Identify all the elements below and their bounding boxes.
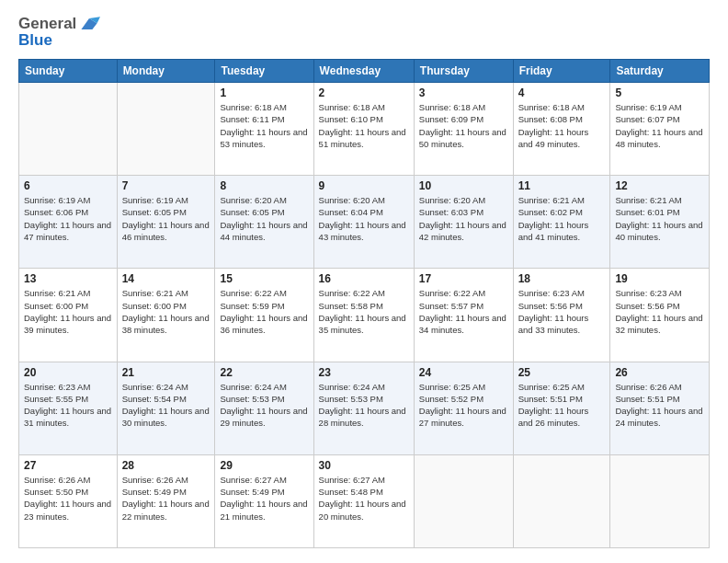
day-number: 12 xyxy=(615,179,704,192)
table-row xyxy=(19,83,118,176)
col-wednesday: Wednesday xyxy=(313,60,414,83)
col-friday: Friday xyxy=(513,60,610,83)
table-row: 27Sunrise: 6:26 AM Sunset: 5:50 PM Dayli… xyxy=(19,454,118,547)
day-detail: Sunrise: 6:19 AM Sunset: 6:05 PM Dayligh… xyxy=(122,194,210,243)
day-number: 19 xyxy=(615,272,704,285)
day-detail: Sunrise: 6:21 AM Sunset: 6:02 PM Dayligh… xyxy=(518,194,606,243)
day-number: 7 xyxy=(122,179,210,192)
day-detail: Sunrise: 6:26 AM Sunset: 5:49 PM Dayligh… xyxy=(122,474,210,523)
day-number: 27 xyxy=(24,459,112,472)
table-row xyxy=(117,83,215,176)
day-detail: Sunrise: 6:19 AM Sunset: 6:07 PM Dayligh… xyxy=(615,101,704,150)
day-detail: Sunrise: 6:25 AM Sunset: 5:52 PM Dayligh… xyxy=(419,381,508,430)
logo-blue: Blue xyxy=(18,31,100,50)
day-detail: Sunrise: 6:20 AM Sunset: 6:05 PM Dayligh… xyxy=(220,194,308,243)
day-number: 5 xyxy=(615,86,704,99)
day-detail: Sunrise: 6:23 AM Sunset: 5:55 PM Dayligh… xyxy=(24,381,112,430)
col-tuesday: Tuesday xyxy=(215,60,313,83)
table-row: 3Sunrise: 6:18 AM Sunset: 6:09 PM Daylig… xyxy=(414,83,513,176)
table-row: 24Sunrise: 6:25 AM Sunset: 5:52 PM Dayli… xyxy=(414,362,513,454)
day-detail: Sunrise: 6:22 AM Sunset: 5:58 PM Dayligh… xyxy=(319,287,409,336)
day-number: 18 xyxy=(518,272,606,285)
calendar-week-row: 13Sunrise: 6:21 AM Sunset: 6:00 PM Dayli… xyxy=(19,269,710,362)
col-monday: Monday xyxy=(117,60,215,83)
table-row xyxy=(610,454,710,547)
day-detail: Sunrise: 6:27 AM Sunset: 5:49 PM Dayligh… xyxy=(220,474,308,523)
day-detail: Sunrise: 6:22 AM Sunset: 5:57 PM Dayligh… xyxy=(419,287,508,336)
calendar-page: General Blue Sunday Monday Tuesday Wedne… xyxy=(0,0,728,563)
table-row: 8Sunrise: 6:20 AM Sunset: 6:05 PM Daylig… xyxy=(215,176,313,269)
day-number: 23 xyxy=(319,366,409,379)
day-number: 28 xyxy=(122,459,210,472)
table-row: 5Sunrise: 6:19 AM Sunset: 6:07 PM Daylig… xyxy=(610,83,710,176)
table-row: 4Sunrise: 6:18 AM Sunset: 6:08 PM Daylig… xyxy=(513,83,610,176)
table-row: 7Sunrise: 6:19 AM Sunset: 6:05 PM Daylig… xyxy=(117,176,215,269)
calendar-header-row: Sunday Monday Tuesday Wednesday Thursday… xyxy=(19,60,710,83)
day-detail: Sunrise: 6:18 AM Sunset: 6:11 PM Dayligh… xyxy=(220,101,308,150)
day-number: 25 xyxy=(518,366,606,379)
table-row: 29Sunrise: 6:27 AM Sunset: 5:49 PM Dayli… xyxy=(215,454,313,547)
table-row: 1Sunrise: 6:18 AM Sunset: 6:11 PM Daylig… xyxy=(215,83,313,176)
day-detail: Sunrise: 6:26 AM Sunset: 5:51 PM Dayligh… xyxy=(615,381,704,430)
col-sunday: Sunday xyxy=(19,60,118,83)
day-detail: Sunrise: 6:24 AM Sunset: 5:53 PM Dayligh… xyxy=(319,381,409,430)
table-row: 20Sunrise: 6:23 AM Sunset: 5:55 PM Dayli… xyxy=(19,362,118,454)
day-detail: Sunrise: 6:20 AM Sunset: 6:04 PM Dayligh… xyxy=(319,194,409,243)
day-detail: Sunrise: 6:23 AM Sunset: 5:56 PM Dayligh… xyxy=(615,287,704,336)
table-row: 9Sunrise: 6:20 AM Sunset: 6:04 PM Daylig… xyxy=(313,176,414,269)
day-number: 1 xyxy=(220,86,308,99)
table-row: 25Sunrise: 6:25 AM Sunset: 5:51 PM Dayli… xyxy=(513,362,610,454)
calendar-week-row: 20Sunrise: 6:23 AM Sunset: 5:55 PM Dayli… xyxy=(19,362,710,454)
logo: General Blue xyxy=(18,15,100,50)
day-detail: Sunrise: 6:26 AM Sunset: 5:50 PM Dayligh… xyxy=(24,474,112,523)
day-detail: Sunrise: 6:24 AM Sunset: 5:53 PM Dayligh… xyxy=(220,381,308,430)
table-row: 16Sunrise: 6:22 AM Sunset: 5:58 PM Dayli… xyxy=(313,269,414,362)
table-row: 11Sunrise: 6:21 AM Sunset: 6:02 PM Dayli… xyxy=(513,176,610,269)
day-detail: Sunrise: 6:21 AM Sunset: 6:00 PM Dayligh… xyxy=(122,287,210,336)
table-row: 2Sunrise: 6:18 AM Sunset: 6:10 PM Daylig… xyxy=(313,83,414,176)
day-number: 13 xyxy=(24,272,112,285)
day-number: 15 xyxy=(220,272,308,285)
day-detail: Sunrise: 6:27 AM Sunset: 5:48 PM Dayligh… xyxy=(319,474,409,523)
day-number: 21 xyxy=(122,366,210,379)
col-thursday: Thursday xyxy=(414,60,513,83)
day-detail: Sunrise: 6:24 AM Sunset: 5:54 PM Dayligh… xyxy=(122,381,210,430)
table-row: 30Sunrise: 6:27 AM Sunset: 5:48 PM Dayli… xyxy=(313,454,414,547)
day-detail: Sunrise: 6:19 AM Sunset: 6:06 PM Dayligh… xyxy=(24,194,112,243)
day-detail: Sunrise: 6:22 AM Sunset: 5:59 PM Dayligh… xyxy=(220,287,308,336)
day-number: 8 xyxy=(220,179,308,192)
day-number: 22 xyxy=(220,366,308,379)
day-detail: Sunrise: 6:18 AM Sunset: 6:10 PM Dayligh… xyxy=(319,101,409,150)
day-number: 30 xyxy=(319,459,409,472)
day-number: 9 xyxy=(319,179,409,192)
table-row: 23Sunrise: 6:24 AM Sunset: 5:53 PM Dayli… xyxy=(313,362,414,454)
table-row: 28Sunrise: 6:26 AM Sunset: 5:49 PM Dayli… xyxy=(117,454,215,547)
day-number: 29 xyxy=(220,459,308,472)
day-detail: Sunrise: 6:18 AM Sunset: 6:09 PM Dayligh… xyxy=(419,101,508,150)
table-row: 26Sunrise: 6:26 AM Sunset: 5:51 PM Dayli… xyxy=(610,362,710,454)
table-row: 15Sunrise: 6:22 AM Sunset: 5:59 PM Dayli… xyxy=(215,269,313,362)
day-number: 2 xyxy=(319,86,409,99)
day-detail: Sunrise: 6:21 AM Sunset: 6:01 PM Dayligh… xyxy=(615,194,704,243)
day-number: 11 xyxy=(518,179,606,192)
day-detail: Sunrise: 6:25 AM Sunset: 5:51 PM Dayligh… xyxy=(518,381,606,430)
day-number: 26 xyxy=(615,366,704,379)
table-row: 13Sunrise: 6:21 AM Sunset: 6:00 PM Dayli… xyxy=(19,269,118,362)
day-number: 24 xyxy=(419,366,508,379)
logo-bird-icon xyxy=(78,15,100,33)
day-detail: Sunrise: 6:20 AM Sunset: 6:03 PM Dayligh… xyxy=(419,194,508,243)
table-row: 14Sunrise: 6:21 AM Sunset: 6:00 PM Dayli… xyxy=(117,269,215,362)
day-number: 6 xyxy=(24,179,112,192)
table-row: 18Sunrise: 6:23 AM Sunset: 5:56 PM Dayli… xyxy=(513,269,610,362)
col-saturday: Saturday xyxy=(610,60,710,83)
table-row xyxy=(414,454,513,547)
logo-general: General xyxy=(18,15,76,33)
day-number: 3 xyxy=(419,86,508,99)
table-row: 6Sunrise: 6:19 AM Sunset: 6:06 PM Daylig… xyxy=(19,176,118,269)
table-row: 19Sunrise: 6:23 AM Sunset: 5:56 PM Dayli… xyxy=(610,269,710,362)
table-row: 10Sunrise: 6:20 AM Sunset: 6:03 PM Dayli… xyxy=(414,176,513,269)
day-number: 16 xyxy=(319,272,409,285)
day-number: 14 xyxy=(122,272,210,285)
calendar-week-row: 27Sunrise: 6:26 AM Sunset: 5:50 PM Dayli… xyxy=(19,454,710,547)
day-detail: Sunrise: 6:21 AM Sunset: 6:00 PM Dayligh… xyxy=(24,287,112,336)
